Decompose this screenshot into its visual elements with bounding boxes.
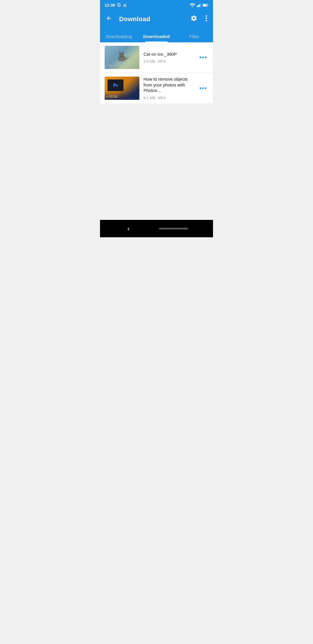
back-button[interactable] [105, 14, 113, 24]
battery-icon [203, 3, 208, 7]
svg-point-9 [206, 18, 207, 19]
video-icon-2: ▭ [106, 95, 109, 99]
tabs-container: Downloading Downloaded Files [100, 28, 213, 42]
ps-thumbnail: Ps [108, 79, 123, 91]
tab-downloaded[interactable]: Downloaded [138, 30, 175, 42]
more-options-button[interactable] [204, 14, 208, 25]
navigation-bar: ‹ [100, 220, 213, 237]
duration-2: 01:56 [110, 95, 118, 98]
svg-rect-4 [200, 3, 201, 7]
svg-rect-2 [198, 5, 199, 7]
video-format-1: MP4 [158, 59, 165, 64]
google-icon: G [117, 3, 121, 8]
video-title-1: Cat on ice._360P [143, 51, 194, 57]
more-options-video-1[interactable]: ••• [198, 52, 208, 63]
status-bar: 12:39 G ⊡ [100, 0, 213, 10]
empty-content-area [100, 104, 213, 220]
video-info-1: Cat on ice._360P 2.9 MB MP4 [143, 51, 194, 64]
svg-point-0 [192, 6, 193, 7]
svg-point-8 [206, 15, 207, 17]
svg-marker-14 [122, 51, 124, 53]
video-meta-1: 2.9 MB MP4 [143, 59, 194, 64]
nav-home-pill[interactable] [159, 228, 188, 229]
video-info-2: How to remove objects from your photos w… [143, 76, 194, 100]
video-size-1: 2.9 MB [143, 59, 155, 64]
video-title-2: How to remove objects from your photos w… [143, 76, 194, 93]
duration-overlay-2: ▭ 01:56 [106, 95, 118, 99]
svg-rect-3 [199, 4, 200, 7]
list-item[interactable]: Ps ▭ 01:56 How to remove objects from yo… [100, 73, 213, 104]
wifi-icon [190, 3, 195, 7]
nav-back-button[interactable]: ‹ [125, 222, 132, 235]
thumbnail-2: Ps ▭ 01:56 [105, 77, 139, 100]
svg-marker-13 [119, 51, 121, 53]
duration-overlay-1: ▭ 00:49 [106, 64, 118, 68]
video-size-2: 8.1 MB [143, 96, 155, 100]
duration-1: 00:49 [110, 64, 118, 68]
svg-rect-1 [197, 6, 198, 7]
status-bar-right [190, 3, 208, 7]
more-options-video-2[interactable]: ••• [198, 83, 208, 93]
app-bar-actions [189, 14, 208, 25]
status-time: 12:39 [105, 3, 115, 8]
tab-files[interactable]: Files [175, 30, 213, 42]
notification-icon: ⊡ [123, 3, 126, 8]
svg-rect-6 [203, 4, 207, 6]
tab-downloading[interactable]: Downloading [100, 30, 138, 42]
page-title: Download [119, 15, 183, 23]
signal-icon [197, 3, 201, 7]
thumbnail-1: ▭ 00:49 [105, 46, 139, 69]
svg-point-10 [206, 20, 207, 21]
video-meta-2: 8.1 MB MP4 [143, 96, 194, 100]
list-item[interactable]: ▭ 00:49 Cat on ice._360P 2.9 MB MP4 ••• [100, 42, 213, 73]
cat-silhouette [115, 50, 129, 63]
status-bar-left: 12:39 G ⊡ [105, 3, 126, 8]
settings-button[interactable] [189, 14, 199, 25]
svg-rect-7 [208, 5, 208, 6]
content-area: ▭ 00:49 Cat on ice._360P 2.9 MB MP4 ••• … [100, 42, 213, 104]
video-format-2: MP4 [158, 96, 165, 100]
video-icon-1: ▭ [106, 64, 109, 68]
app-bar: Download [100, 10, 213, 28]
